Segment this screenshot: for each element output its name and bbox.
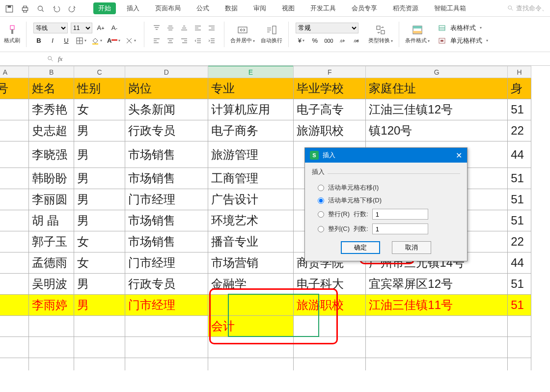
increase-decimal-icon[interactable]: .00 bbox=[351, 35, 361, 46]
cell[interactable]: 江油三佳镇12号 bbox=[366, 99, 508, 120]
radio-entire-col[interactable] bbox=[318, 226, 324, 232]
cell[interactable] bbox=[0, 337, 29, 358]
cell[interactable] bbox=[294, 316, 366, 337]
cell[interactable]: 李雨婷 bbox=[29, 295, 74, 316]
cell[interactable]: 市场营销 bbox=[208, 252, 293, 274]
table-style-label[interactable]: 表格样式 bbox=[450, 24, 476, 32]
cell[interactable]: 旅游管理 bbox=[208, 141, 293, 168]
cell[interactable]: 计算机应用 bbox=[208, 99, 293, 120]
cell[interactable]: 旅游职校 bbox=[294, 295, 366, 316]
header-cell[interactable]: 姓名 bbox=[29, 78, 74, 99]
cell[interactable] bbox=[294, 358, 366, 371]
cell[interactable]: 03 bbox=[0, 141, 29, 168]
cell[interactable] bbox=[508, 358, 531, 371]
cell[interactable] bbox=[125, 337, 208, 358]
cell[interactable]: 男 bbox=[74, 295, 125, 316]
cell[interactable] bbox=[29, 358, 74, 371]
orient-left-icon[interactable] bbox=[192, 23, 203, 33]
align-left-icon[interactable] bbox=[151, 35, 162, 46]
name-box[interactable] bbox=[3, 54, 43, 64]
cell[interactable] bbox=[366, 316, 508, 337]
align-center-icon[interactable] bbox=[165, 35, 176, 46]
grid-area[interactable]: ABCDEFGH编号姓名性别岗位专业毕业学校家庭住址身01李秀艳女头条新闻计算机… bbox=[0, 66, 550, 370]
col-header-E[interactable]: E bbox=[208, 66, 293, 78]
cell[interactable]: 女 bbox=[74, 231, 125, 252]
cell[interactable]: 市场销售 bbox=[125, 210, 208, 231]
cell[interactable] bbox=[0, 316, 29, 337]
menu-tab-0[interactable]: 开始 bbox=[93, 2, 116, 14]
cell[interactable]: 市场销售 bbox=[125, 231, 208, 252]
cell[interactable]: 51 bbox=[508, 99, 531, 120]
cell[interactable]: 孟德雨 bbox=[29, 252, 74, 274]
table-style-icon[interactable] bbox=[437, 23, 447, 33]
radio-entire-row[interactable] bbox=[318, 211, 324, 218]
cell[interactable]: 22 bbox=[508, 231, 531, 252]
dialog-titlebar[interactable]: S 插入 ✕ bbox=[305, 148, 467, 163]
cell[interactable]: 头条新闻 bbox=[125, 99, 208, 120]
zoom-icon[interactable] bbox=[47, 56, 54, 62]
cell[interactable]: 门市经理 bbox=[125, 252, 208, 274]
close-icon[interactable]: ✕ bbox=[456, 151, 462, 160]
cell[interactable] bbox=[366, 358, 508, 371]
cell[interactable]: 史志超 bbox=[29, 120, 74, 141]
menu-tab-4[interactable]: 数据 bbox=[220, 2, 243, 14]
cell[interactable]: 44 bbox=[508, 141, 531, 168]
cell[interactable] bbox=[125, 358, 208, 371]
cell[interactable] bbox=[0, 358, 29, 371]
cell[interactable]: 51 bbox=[508, 168, 531, 189]
col-header-F[interactable]: F bbox=[294, 66, 366, 78]
cell[interactable] bbox=[74, 337, 125, 358]
cell[interactable]: 会计 bbox=[208, 316, 293, 337]
col-header-H[interactable]: H bbox=[508, 66, 531, 78]
cell[interactable]: 男 bbox=[74, 141, 125, 168]
col-header-D[interactable]: D bbox=[125, 66, 208, 78]
align-right-icon[interactable] bbox=[179, 35, 190, 46]
cell[interactable]: 07 bbox=[0, 231, 29, 252]
cell[interactable]: 09 bbox=[0, 274, 29, 295]
cond-format-button[interactable]: 条件格式▾ bbox=[403, 24, 432, 44]
orient-right-icon[interactable] bbox=[206, 23, 217, 33]
cell-style-icon[interactable] bbox=[437, 35, 447, 46]
cell[interactable]: 女 bbox=[74, 252, 125, 274]
borders-button[interactable]: ▾ bbox=[75, 35, 87, 46]
cell[interactable]: 江油三佳镇11号 bbox=[366, 295, 508, 316]
cell[interactable]: 51 bbox=[508, 189, 531, 210]
cell[interactable]: 男 bbox=[74, 210, 125, 231]
formula-input[interactable] bbox=[66, 54, 547, 64]
cols-input[interactable] bbox=[372, 224, 428, 234]
cell[interactable]: 02 bbox=[0, 120, 29, 141]
cell[interactable]: 播音专业 bbox=[208, 231, 293, 252]
cell[interactable] bbox=[208, 358, 293, 371]
cell[interactable]: 郭子玉 bbox=[29, 231, 74, 252]
menu-tab-5[interactable]: 审阅 bbox=[248, 2, 271, 14]
cell[interactable]: 李晓强 bbox=[29, 141, 74, 168]
col-header-G[interactable]: G bbox=[366, 66, 508, 78]
cell[interactable]: 男 bbox=[74, 189, 125, 210]
cell[interactable] bbox=[508, 337, 531, 358]
cell[interactable]: 门市经理 bbox=[125, 189, 208, 210]
cell[interactable]: 环境艺术 bbox=[208, 210, 293, 231]
cell[interactable]: 01 bbox=[0, 99, 29, 120]
command-search[interactable]: 查找命令、 bbox=[507, 4, 548, 13]
cell[interactable]: 市场销售 bbox=[125, 168, 208, 189]
fill-color-button[interactable]: ▾ bbox=[90, 35, 103, 46]
decrease-font-icon[interactable]: A- bbox=[109, 23, 120, 33]
header-cell[interactable]: 专业 bbox=[208, 78, 293, 99]
cancel-button[interactable]: 取消 bbox=[392, 241, 431, 254]
opt-shift-down[interactable]: 活动单元格下移(D) bbox=[318, 196, 460, 205]
font-name-select[interactable]: 等线 bbox=[33, 23, 68, 33]
preview-icon[interactable] bbox=[36, 4, 45, 13]
header-cell[interactable]: 岗位 bbox=[125, 78, 208, 99]
menu-tab-1[interactable]: 插入 bbox=[122, 2, 144, 14]
cell[interactable]: 51 bbox=[508, 274, 531, 295]
header-cell[interactable]: 身 bbox=[508, 78, 531, 99]
cell[interactable]: 08 bbox=[0, 252, 29, 274]
cell-style-label[interactable]: 单元格样式 bbox=[450, 36, 482, 45]
cell[interactable] bbox=[74, 316, 125, 337]
wrap-text-button[interactable]: 自动换行 bbox=[259, 24, 284, 44]
cell[interactable] bbox=[208, 295, 293, 316]
cell[interactable]: 男 bbox=[74, 274, 125, 295]
cell[interactable]: 金融学 bbox=[208, 274, 293, 295]
cell[interactable]: 51 bbox=[508, 210, 531, 231]
format-painter-button[interactable]: 格式刷 bbox=[2, 24, 22, 44]
